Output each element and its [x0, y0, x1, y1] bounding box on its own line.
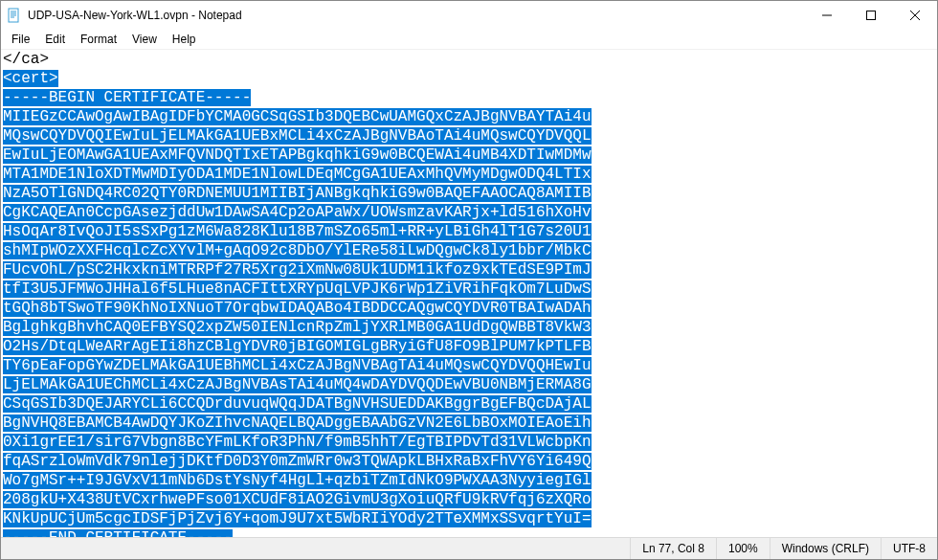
- notepad-window: UDP-USA-New-York-WL1.ovpn - Notepad File…: [0, 0, 938, 560]
- status-zoom: 100%: [716, 538, 770, 559]
- editor-area: </ca><cert>-----BEGIN CERTIFICATE-----MI…: [1, 49, 937, 537]
- titlebar-left: UDP-USA-New-York-WL1.ovpn - Notepad: [1, 8, 242, 23]
- status-position: Ln 77, Col 8: [630, 538, 716, 559]
- selected-line: CgKCAQEAn0CcpGAsezjddUw1DAwSA4Cp2oAPaWx/…: [3, 203, 935, 222]
- selected-line: 0Xi1grEE1/sirG7Vbgn8BcYFmLKfoR3PhN/f9mB5…: [3, 433, 935, 452]
- maximize-button[interactable]: [849, 1, 893, 30]
- notepad-icon: [7, 8, 22, 23]
- statusbar: Ln 77, Col 8 100% Windows (CRLF) UTF-8: [1, 537, 937, 559]
- window-title: UDP-USA-New-York-WL1.ovpn - Notepad: [28, 9, 242, 22]
- selected-line: NzA5OTlGNDQ4RC02QTY0RDNEMUU1MIIBIjANBgkq…: [3, 184, 935, 203]
- menu-view[interactable]: View: [125, 32, 164, 47]
- selected-line: -----END CERTIFICATE-----: [3, 528, 935, 537]
- selected-line: BgNVHQ8EBAMCB4AwDQYJKoZIhvcNAQELBQADggEB…: [3, 414, 935, 433]
- selected-line: 208gkU+X438UtVCxrhwePFso01XCUdF8iAO2Givm…: [3, 490, 935, 509]
- window-controls: [805, 1, 937, 30]
- selected-line: CSqGSIb3DQEJARYCLi6CCQDrduvuqWQqJDATBgNV…: [3, 394, 935, 414]
- status-encoding: UTF-8: [881, 538, 937, 559]
- selected-line: <cert>: [3, 69, 935, 88]
- selected-line: LjELMAkGA1UEChMCLi4xCzAJBgNVBAsTAi4uMQ4w…: [3, 375, 935, 394]
- text-editor[interactable]: </ca><cert>-----BEGIN CERTIFICATE-----MI…: [1, 50, 937, 537]
- selected-line: Wo7gMSr++I9JGVxV11mNb6DstYsNyf4HgLl+qzbi…: [3, 471, 935, 490]
- menubar: File Edit Format View Help: [1, 30, 937, 49]
- selected-line: BglghkgBhvhCAQ0EFBYSQ2xpZW50IENlcnRpZmlj…: [3, 318, 935, 337]
- minimize-button[interactable]: [805, 1, 849, 30]
- selected-line: TY6pEaFopGYwZDELMAkGA1UEBhMCLi4xCzAJBgNV…: [3, 356, 935, 375]
- titlebar: UDP-USA-New-York-WL1.ovpn - Notepad: [1, 1, 937, 30]
- selected-line: fqASrzloWmVdk79nlejjDKtfD0D3Y0mZmWRr0w3T…: [3, 452, 935, 471]
- selected-line: EwIuLjEOMAwGA1UEAxMFQVNDQTIxETAPBgkqhkiG…: [3, 146, 935, 165]
- menu-file[interactable]: File: [5, 32, 36, 47]
- selected-line: O2Hs/DtqLWeARrAgEIi8hzCBlgYDVR0jBIGOMIGL…: [3, 337, 935, 356]
- close-button[interactable]: [893, 1, 937, 30]
- selected-line: tfI3U5JFMWoJHHal6f5LHue8nACFIttXRYpUqLVP…: [3, 280, 935, 299]
- selected-line: KNkUpUCjUm5cgcIDSFjPjZvj6Y+qomJ9U7xt5WbR…: [3, 509, 935, 528]
- selected-line: shMIpWOzXXFHcqlcZcXYvlM+gAqO92c8DbO/YlER…: [3, 241, 935, 260]
- selected-line: -----BEGIN CERTIFICATE-----: [3, 88, 935, 107]
- selected-line: FUcvOhL/pSC2HkxkniMTRRPf27R5Xrg2iXmNw08U…: [3, 260, 935, 280]
- svg-rect-6: [867, 11, 876, 20]
- plain-line: </ca>: [3, 50, 935, 69]
- selected-line: HsOqAr8IvQoJI5sSxPg1zM6Wa828Klu18B7mSZo6…: [3, 222, 935, 241]
- menu-format[interactable]: Format: [74, 32, 123, 47]
- status-line-ending: Windows (CRLF): [770, 538, 881, 559]
- selected-line: tGQh8bTSwoTF90KhNoIXNuoT7OrqbwIDAQABo4IB…: [3, 299, 935, 318]
- selected-line: MTA1MDE1NloXDTMwMDIyODA1MDE1NlowLDEqMCgG…: [3, 165, 935, 184]
- selected-line: MIIEGzCCAwOgAwIBAgIDFbYCMA0GCSqGSIb3DQEB…: [3, 107, 935, 126]
- menu-help[interactable]: Help: [166, 32, 203, 47]
- menu-edit[interactable]: Edit: [38, 32, 72, 47]
- selected-line: MQswCQYDVQQIEwIuLjELMAkGA1UEBxMCLi4xCzAJ…: [3, 126, 935, 146]
